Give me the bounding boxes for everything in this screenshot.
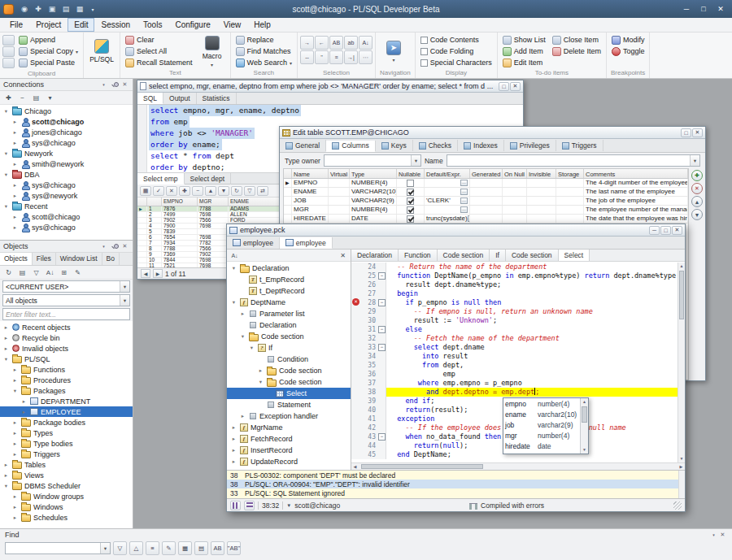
ellipsis-button[interactable]: ⋯ xyxy=(460,198,468,204)
column-header-storage[interactable]: Storage xyxy=(556,169,584,178)
autocomplete-item[interactable]: mgrnumber(4) xyxy=(503,430,580,441)
panel-close-icon[interactable]: ✕ xyxy=(120,242,129,251)
scrollbar-thumb[interactable] xyxy=(361,464,483,469)
expand-icon[interactable]: ▸ xyxy=(2,335,10,341)
special-copy-button[interactable]: Special Copy▾ xyxy=(16,46,81,57)
find-next-icon[interactable]: ▽ xyxy=(113,541,127,555)
object-item-packages[interactable]: ▾Packages xyxy=(0,385,133,396)
nullable-checkbox[interactable] xyxy=(407,189,414,196)
folder-view-icon[interactable]: ▤ xyxy=(16,267,28,278)
find-previous-icon[interactable]: △ xyxy=(129,541,143,555)
find-bar-menu-icon[interactable]: ▾ xyxy=(709,531,718,540)
object-item-recycle-bin[interactable]: ▸Recycle bin xyxy=(0,332,133,343)
object-item-recent-objects[interactable]: ▸Recent objects xyxy=(0,322,133,332)
expand-icon[interactable]: ▸ xyxy=(2,462,10,468)
toggle-button[interactable]: Toggle xyxy=(609,46,647,57)
code-tree-item-deptname[interactable]: ▾fDeptName xyxy=(227,297,351,308)
expand-icon[interactable]: ▾ xyxy=(2,171,10,178)
expand-icon[interactable]: ▸ xyxy=(11,161,19,167)
fold-icon[interactable] xyxy=(377,298,386,307)
expand-icon[interactable]: ▸ xyxy=(230,424,237,431)
remove-column-icon[interactable]: ✕ xyxy=(691,183,703,194)
expand-icon[interactable]: ▸ xyxy=(11,193,19,199)
object-item-procedures[interactable]: ▸Procedures xyxy=(0,375,133,385)
scrollbar-thumb[interactable] xyxy=(679,271,684,319)
special-paste-button[interactable]: Special Paste xyxy=(16,57,81,68)
expand-icon[interactable]: ▸ xyxy=(11,451,19,458)
doc-tab-employee-2[interactable]: employee xyxy=(280,237,333,249)
align-icon[interactable]: ≡ xyxy=(329,50,343,64)
connection-item-chicago[interactable]: ▾Chicago xyxy=(0,106,133,116)
close-window-button[interactable]: ✕ xyxy=(692,128,703,137)
window-list-icon[interactable]: ▦ xyxy=(73,3,86,15)
expand-icon[interactable]: ▾ xyxy=(2,203,10,210)
minimize-button[interactable]: ─ xyxy=(678,3,695,15)
show-list-button[interactable]: Show List xyxy=(500,34,548,46)
scroll-up-icon[interactable]: ▲ xyxy=(581,398,588,406)
unindent-icon[interactable]: ← xyxy=(315,36,329,50)
fold-icon[interactable] xyxy=(377,325,386,334)
connection-item-newyork[interactable]: ▾Newyork xyxy=(0,148,133,158)
cut-button[interactable] xyxy=(2,58,15,68)
error-row[interactable]: 38PL/SQL: ORA-00904: "EMP"."DEPT": inval… xyxy=(227,480,685,488)
list-matches-icon[interactable]: ≡ xyxy=(146,541,159,555)
object-item-pl-sql[interactable]: ▾PL/SQL xyxy=(0,354,133,364)
object-item-type-bodies[interactable]: ▸Type bodies xyxy=(0,438,133,449)
nullable-checkbox[interactable] xyxy=(407,180,414,187)
previous-record-button[interactable]: ◀ xyxy=(141,269,150,278)
connection-item-sys-chicago[interactable]: ▸sys@chicago xyxy=(0,137,133,148)
code-tree-item-code-section[interactable]: ▾Code section xyxy=(227,331,351,342)
object-item-schedules[interactable]: ▸Schedules xyxy=(0,512,133,523)
lowercase-icon[interactable]: ab xyxy=(344,36,358,50)
code-tree-item-declaration[interactable]: ▾Declaration xyxy=(227,263,351,274)
ellipsis-button[interactable]: ⋯ xyxy=(460,189,468,195)
object-item-employee[interactable]: ▸EMPLOYEE xyxy=(0,406,133,417)
navigation-button[interactable]: ➤ ▾ xyxy=(378,34,409,68)
scroll-down-icon[interactable]: ▼ xyxy=(581,446,588,454)
connection-item-smith-newyork[interactable]: ▸smith@newyork xyxy=(0,158,133,169)
sql-tab-statistics[interactable]: Statistics xyxy=(197,93,237,104)
web-search-button[interactable]: Web Search▾ xyxy=(233,57,294,68)
restore-button[interactable]: □ xyxy=(681,128,691,137)
chevron-down-icon[interactable]: ▼ xyxy=(286,503,291,508)
objects-tab-objects[interactable]: Objects xyxy=(0,253,33,265)
menu-edit[interactable]: Edit xyxy=(68,18,94,32)
connections-menu-icon[interactable]: ▾ xyxy=(44,93,56,103)
code-contents-checkbox[interactable] xyxy=(420,37,428,44)
indent-icon[interactable]: → xyxy=(300,36,314,50)
expand-icon[interactable]: ▸ xyxy=(11,441,19,447)
column-row-job[interactable]: JOBVARCHAR2(9)'CLERK'⋯The job of the emp… xyxy=(284,197,688,206)
object-item-triggers[interactable]: ▸Triggers xyxy=(0,449,133,459)
special-characters-checkbox[interactable] xyxy=(420,59,428,67)
fold-icon[interactable] xyxy=(377,343,386,352)
expand-icon[interactable]: ▾ xyxy=(230,265,237,271)
object-filter-input[interactable] xyxy=(2,308,130,320)
close-item-button[interactable]: Close Item xyxy=(550,34,603,46)
whole-word-icon[interactable]: "AB" xyxy=(227,541,241,555)
expand-icon[interactable]: ▾ xyxy=(257,379,264,385)
code-tree-item-declaration[interactable]: Declaration xyxy=(227,319,351,331)
add-record-icon[interactable]: ✚ xyxy=(179,186,190,196)
autocomplete-item[interactable]: enamevarchar2(10) xyxy=(503,409,580,419)
expand-icon[interactable]: ▸ xyxy=(11,504,19,510)
code-folding-checkbox[interactable] xyxy=(420,48,428,55)
paste-button[interactable] xyxy=(2,35,15,46)
edit-search-icon[interactable]: ✎ xyxy=(162,541,176,555)
pin-icon[interactable] xyxy=(110,80,119,89)
delete-item-button[interactable]: Delete Item xyxy=(550,46,603,57)
breadcrumb-select[interactable]: Select xyxy=(559,250,590,261)
uppercase-icon[interactable]: AB xyxy=(329,36,343,50)
panel-menu-icon[interactable]: ▾ xyxy=(99,242,108,251)
add-connection-icon[interactable]: ✚ xyxy=(2,93,15,103)
code-tree-item-parameter-list[interactable]: ▸Parameter list xyxy=(227,308,351,319)
breadcrumb-declaration[interactable]: Declaration xyxy=(351,250,399,261)
connect-icon[interactable]: ◉ xyxy=(18,3,31,15)
result-tab-select-dept[interactable]: Select dept xyxy=(185,173,232,184)
expand-all-icon[interactable]: ⊞ xyxy=(58,267,70,278)
copy-button[interactable] xyxy=(2,46,15,57)
result-tab-select-emp[interactable]: Select emp xyxy=(137,173,185,184)
comment-icon[interactable]: -- xyxy=(300,50,314,64)
column-header-mgr[interactable]: MGR xyxy=(198,198,229,206)
autocomplete-item[interactable]: hiredatedate xyxy=(503,441,580,451)
add-column-icon[interactable]: ✚ xyxy=(691,170,703,181)
